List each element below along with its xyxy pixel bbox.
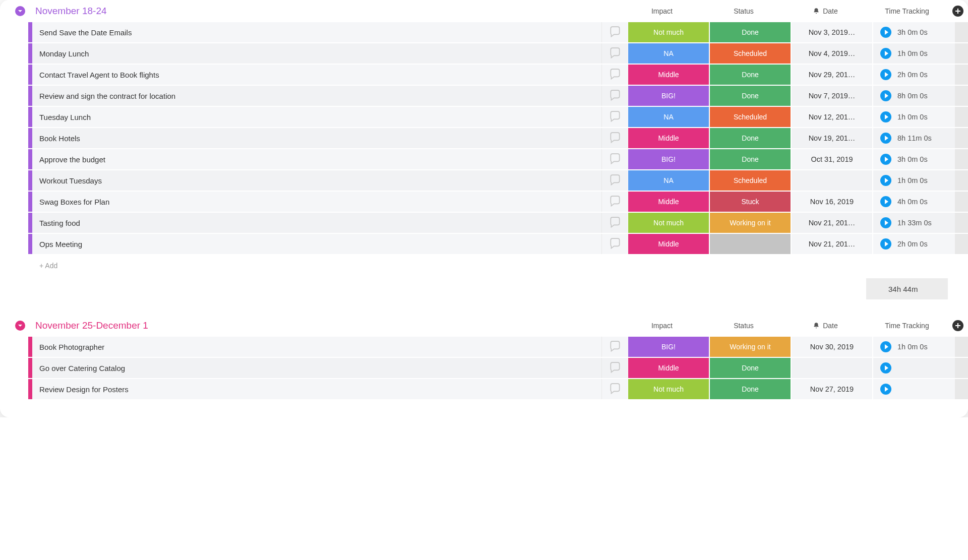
play-icon[interactable]: [880, 48, 891, 59]
comment-button[interactable]: [602, 379, 628, 399]
task-row[interactable]: Swag Boxes for Plan Middle Stuck Nov 16,…: [28, 192, 968, 213]
impact-tag[interactable]: Not much: [628, 22, 710, 42]
task-row[interactable]: Workout Tuesdays NA Scheduled 1h 0m 0s: [28, 170, 968, 192]
date-cell[interactable]: Nov 16, 2019: [792, 192, 873, 212]
time-cell[interactable]: 1h 33m 0s: [873, 213, 955, 233]
comment-button[interactable]: [602, 149, 628, 169]
task-row[interactable]: Tuesday Lunch NA Scheduled Nov 12, 201… …: [28, 107, 968, 128]
col-time[interactable]: Time Tracking: [866, 7, 948, 15]
date-cell[interactable]: Nov 21, 201…: [792, 234, 873, 254]
impact-tag[interactable]: Middle: [628, 234, 710, 254]
status-tag[interactable]: Done: [710, 149, 792, 169]
time-cell[interactable]: 1h 0m 0s: [873, 107, 955, 127]
task-name[interactable]: Workout Tuesdays: [32, 170, 602, 191]
comment-button[interactable]: [602, 22, 628, 42]
task-name[interactable]: Send Save the Date Emails: [32, 22, 602, 42]
col-date[interactable]: Date: [784, 7, 866, 15]
date-cell[interactable]: Nov 30, 2019: [792, 337, 873, 357]
impact-tag[interactable]: Middle: [628, 65, 710, 85]
play-icon[interactable]: [880, 90, 891, 101]
play-icon[interactable]: [880, 196, 891, 207]
play-icon[interactable]: [880, 111, 891, 122]
status-tag[interactable]: Done: [710, 379, 792, 399]
status-tag[interactable]: [710, 234, 792, 254]
status-tag[interactable]: Done: [710, 22, 792, 42]
time-cell[interactable]: 1h 0m 0s: [873, 43, 955, 64]
collapse-toggle[interactable]: [15, 6, 25, 16]
play-icon[interactable]: [880, 217, 891, 228]
time-cell[interactable]: 1h 0m 0s: [873, 337, 955, 357]
play-icon[interactable]: [880, 362, 891, 374]
comment-button[interactable]: [602, 234, 628, 254]
collapse-toggle[interactable]: [15, 321, 25, 331]
col-time[interactable]: Time Tracking: [866, 322, 948, 330]
col-date[interactable]: Date: [784, 322, 866, 330]
task-name[interactable]: Monday Lunch: [32, 43, 602, 64]
status-tag[interactable]: Working on it: [710, 213, 792, 233]
date-cell[interactable]: Nov 4, 2019…: [792, 43, 873, 64]
time-cell[interactable]: 1h 0m 0s: [873, 170, 955, 191]
comment-button[interactable]: [602, 213, 628, 233]
task-name[interactable]: Book Photographer: [32, 337, 602, 357]
task-row[interactable]: Monday Lunch NA Scheduled Nov 4, 2019… 1…: [28, 43, 968, 65]
status-tag[interactable]: Scheduled: [710, 107, 792, 127]
comment-button[interactable]: [602, 107, 628, 127]
task-name[interactable]: Review Design for Posters: [32, 379, 602, 399]
group-title[interactable]: November 18-24: [35, 6, 621, 17]
task-row[interactable]: Tasting food Not much Working on it Nov …: [28, 213, 968, 234]
time-cell[interactable]: [873, 358, 955, 378]
col-impact[interactable]: Impact: [621, 7, 703, 15]
task-row[interactable]: Contact Travel Agent to Book flights Mid…: [28, 65, 968, 86]
play-icon[interactable]: [880, 238, 891, 250]
task-row[interactable]: Review and sign the contract for locatio…: [28, 86, 968, 107]
task-row[interactable]: Book Hotels Middle Done Nov 19, 201… 8h …: [28, 128, 968, 149]
date-cell[interactable]: [792, 358, 873, 378]
col-status[interactable]: Status: [703, 322, 784, 330]
time-cell[interactable]: 8h 11m 0s: [873, 128, 955, 148]
group-title[interactable]: November 25-December 1: [35, 320, 621, 331]
impact-tag[interactable]: Middle: [628, 358, 710, 378]
status-tag[interactable]: Done: [710, 128, 792, 148]
status-tag[interactable]: Working on it: [710, 337, 792, 357]
comment-button[interactable]: [602, 43, 628, 64]
task-name[interactable]: Contact Travel Agent to Book flights: [32, 65, 602, 85]
date-cell[interactable]: Nov 21, 201…: [792, 213, 873, 233]
task-name[interactable]: Book Hotels: [32, 128, 602, 148]
task-name[interactable]: Tuesday Lunch: [32, 107, 602, 127]
time-cell[interactable]: 3h 0m 0s: [873, 22, 955, 42]
impact-tag[interactable]: Not much: [628, 379, 710, 399]
status-tag[interactable]: Done: [710, 65, 792, 85]
impact-tag[interactable]: Middle: [628, 128, 710, 148]
task-name[interactable]: Review and sign the contract for locatio…: [32, 86, 602, 106]
play-icon[interactable]: [880, 384, 891, 395]
task-name[interactable]: Ops Meeting: [32, 234, 602, 254]
play-icon[interactable]: [880, 341, 891, 352]
date-cell[interactable]: Oct 31, 2019: [792, 149, 873, 169]
task-name[interactable]: Swag Boxes for Plan: [32, 192, 602, 212]
date-cell[interactable]: Nov 12, 201…: [792, 107, 873, 127]
col-status[interactable]: Status: [703, 7, 784, 15]
impact-tag[interactable]: BIG!: [628, 149, 710, 169]
time-cell[interactable]: [873, 379, 955, 399]
task-row[interactable]: Send Save the Date Emails Not much Done …: [28, 22, 968, 43]
time-cell[interactable]: 2h 0m 0s: [873, 65, 955, 85]
comment-button[interactable]: [602, 86, 628, 106]
date-cell[interactable]: Nov 7, 2019…: [792, 86, 873, 106]
comment-button[interactable]: [602, 337, 628, 357]
date-cell[interactable]: Nov 19, 201…: [792, 128, 873, 148]
impact-tag[interactable]: BIG!: [628, 337, 710, 357]
time-cell[interactable]: 3h 0m 0s: [873, 149, 955, 169]
task-row[interactable]: Approve the budget BIG! Done Oct 31, 201…: [28, 149, 968, 170]
play-icon[interactable]: [880, 133, 891, 144]
task-row[interactable]: Book Photographer BIG! Working on it Nov…: [28, 337, 968, 358]
comment-button[interactable]: [602, 170, 628, 191]
status-tag[interactable]: Scheduled: [710, 170, 792, 191]
impact-tag[interactable]: Not much: [628, 213, 710, 233]
date-cell[interactable]: Nov 29, 201…: [792, 65, 873, 85]
comment-button[interactable]: [602, 128, 628, 148]
date-cell[interactable]: Nov 3, 2019…: [792, 22, 873, 42]
impact-tag[interactable]: Middle: [628, 192, 710, 212]
status-tag[interactable]: Stuck: [710, 192, 792, 212]
comment-button[interactable]: [602, 65, 628, 85]
add-column-button[interactable]: [952, 320, 963, 331]
